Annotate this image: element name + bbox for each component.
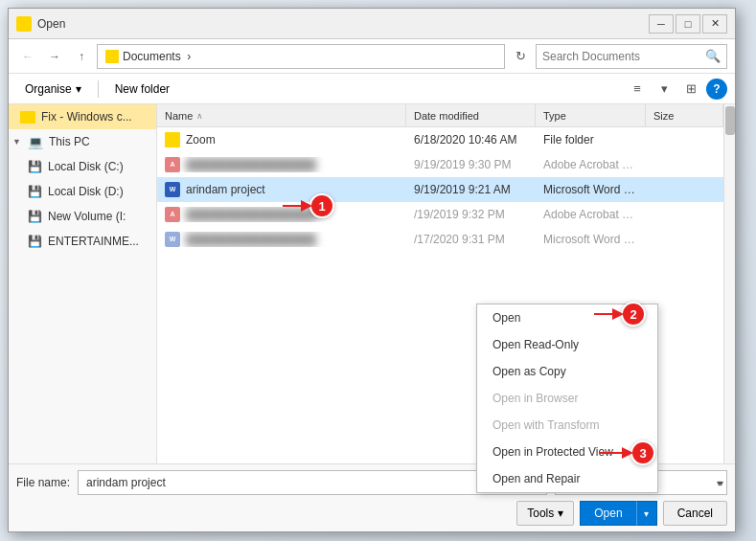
file-row-arindam[interactable]: W arindam project 9/19/2019 9:21 AM Micr… bbox=[157, 177, 723, 202]
maximize-button[interactable]: □ bbox=[676, 14, 700, 34]
tools-arrow-icon: ▾ bbox=[558, 507, 563, 520]
drive-icon: 💾 bbox=[28, 185, 42, 198]
file-date: /19/2019 9:32 PM bbox=[406, 208, 536, 221]
file-date: 6/18/2020 10:46 AM bbox=[406, 133, 536, 147]
col-header-date[interactable]: Date modified bbox=[406, 104, 536, 126]
scrollbar-thumb[interactable] bbox=[725, 106, 735, 135]
sidebar: Fix - Windows c... ▼ 💻 This PC 💾 Local D… bbox=[9, 104, 157, 463]
dialog-icon bbox=[16, 16, 32, 32]
step2-arrow bbox=[589, 304, 628, 324]
back-button[interactable]: ← bbox=[16, 45, 39, 68]
col-header-type[interactable]: Type bbox=[536, 104, 646, 126]
computer-icon: 💻 bbox=[28, 135, 43, 149]
new-folder-label: New folder bbox=[115, 82, 170, 96]
menu-item-open-copy[interactable]: Open as Copy bbox=[477, 358, 657, 385]
folder-icon bbox=[20, 111, 35, 124]
sidebar-item-this-pc[interactable]: ▼ 💻 This PC bbox=[9, 129, 156, 154]
file-type: Microsoft Word D... bbox=[536, 233, 646, 246]
file-name: arindam project bbox=[186, 183, 265, 196]
file-row-word2[interactable]: W ████████████████ /17/2020 9:31 PM Micr… bbox=[157, 227, 723, 252]
file-type: Adobe Acrobat D... bbox=[536, 158, 646, 171]
path-text: Documents › bbox=[123, 50, 191, 63]
file-date: 9/19/2019 9:21 AM bbox=[406, 183, 536, 196]
sidebar-item-new-volume[interactable]: 💾 New Volume (I: bbox=[9, 204, 156, 229]
search-box[interactable]: 🔍 bbox=[536, 44, 727, 69]
drive-icon: 💾 bbox=[28, 235, 42, 248]
title-bar-buttons: ─ □ ✕ bbox=[649, 14, 727, 34]
organise-arrow: ▾ bbox=[76, 82, 81, 96]
menu-item-open-readonly[interactable]: Open Read-Only bbox=[477, 331, 657, 358]
pdf-icon: A bbox=[165, 207, 180, 222]
view-detail-button[interactable]: ⊞ bbox=[679, 78, 702, 101]
sidebar-item-label: Local Disk (D:) bbox=[48, 185, 124, 198]
sidebar-item-entertainment[interactable]: 💾 ENTERTAINME... bbox=[9, 229, 156, 254]
sidebar-item-fix-windows[interactable]: Fix - Windows c... bbox=[9, 104, 156, 129]
close-button[interactable]: ✕ bbox=[702, 14, 727, 34]
step3-arrow bbox=[594, 443, 637, 462]
toolbar-separator bbox=[98, 80, 99, 98]
sidebar-item-label: Local Disk (C:) bbox=[48, 160, 124, 173]
sidebar-item-local-c[interactable]: 💾 Local Disk (C:) bbox=[9, 154, 156, 179]
view-dropdown-button[interactable]: ▾ bbox=[653, 78, 676, 101]
scrollbar-track[interactable] bbox=[723, 104, 735, 463]
sidebar-item-label: This PC bbox=[49, 135, 90, 148]
open-button[interactable]: Open bbox=[580, 501, 635, 526]
step1-arrow bbox=[278, 196, 316, 215]
tools-button[interactable]: Tools ▾ bbox=[516, 501, 574, 526]
file-date: /17/2020 9:31 PM bbox=[406, 233, 536, 246]
forward-button[interactable]: → bbox=[43, 45, 66, 68]
address-bar: ← → ↑ Documents › ↻ 🔍 bbox=[9, 39, 735, 74]
sidebar-item-label: New Volume (I: bbox=[48, 210, 126, 223]
open-dropdown-button[interactable]: ▾ bbox=[636, 501, 657, 526]
path-folder-icon bbox=[105, 50, 119, 63]
view-list-button[interactable]: ≡ bbox=[626, 78, 649, 101]
sidebar-item-label: ENTERTAINME... bbox=[48, 235, 139, 248]
up-button[interactable]: ↑ bbox=[70, 45, 93, 68]
folder-icon bbox=[165, 132, 180, 147]
open-dropdown-menu: Open Open Read-Only Open as Copy Open in… bbox=[476, 304, 658, 493]
file-row-pdf1[interactable]: A ████████████████ 9/19/2019 9:30 PM Ado… bbox=[157, 152, 723, 177]
file-name: ████████████████ bbox=[186, 233, 316, 246]
refresh-button[interactable]: ↻ bbox=[509, 45, 532, 68]
menu-item-open-repair[interactable]: Open and Repair bbox=[477, 465, 657, 492]
word-icon: W bbox=[165, 232, 180, 247]
file-name: Zoom bbox=[186, 133, 216, 147]
sidebar-item-label: Fix - Windows c... bbox=[41, 110, 132, 124]
col-header-name[interactable]: Name ∧ bbox=[157, 104, 406, 126]
file-list-header: Name ∧ Date modified Type Size bbox=[157, 104, 723, 127]
minimize-button[interactable]: ─ bbox=[649, 14, 674, 34]
search-input[interactable] bbox=[542, 50, 701, 63]
word-icon: W bbox=[165, 182, 180, 197]
file-type: Adobe Acrobat D... bbox=[536, 208, 646, 221]
open-button-group: Open ▾ bbox=[580, 501, 656, 526]
organise-label: Organise bbox=[25, 82, 72, 96]
new-folder-button[interactable]: New folder bbox=[106, 78, 178, 101]
action-row: Tools ▾ Open ▾ Cancel bbox=[16, 501, 727, 526]
drive-icon: 💾 bbox=[28, 210, 42, 223]
title-bar: Open ─ □ ✕ bbox=[9, 9, 735, 39]
file-row-pdf2[interactable]: A ████████████████ /19/2019 9:32 PM Adob… bbox=[157, 202, 723, 227]
help-button[interactable]: ? bbox=[706, 79, 727, 100]
address-path[interactable]: Documents › bbox=[97, 44, 505, 69]
file-date: 9/19/2019 9:30 PM bbox=[406, 158, 536, 171]
dialog-title: Open bbox=[37, 17, 649, 31]
toolbar: Organise ▾ New folder ≡ ▾ ⊞ ? bbox=[9, 74, 735, 104]
pdf-icon: A bbox=[165, 157, 180, 172]
file-name: ████████████████ bbox=[186, 158, 316, 171]
file-row-zoom[interactable]: Zoom 6/18/2020 10:46 AM File folder bbox=[157, 127, 723, 152]
cancel-button[interactable]: Cancel bbox=[663, 501, 727, 526]
sort-arrow: ∧ bbox=[196, 111, 203, 121]
drive-icon: 💾 bbox=[28, 160, 42, 173]
col-header-size[interactable]: Size bbox=[646, 104, 723, 126]
menu-item-open-transform: Open with Transform bbox=[477, 412, 657, 439]
menu-item-open-browser: Open in Browser bbox=[477, 385, 657, 412]
toolbar-right: ≡ ▾ ⊞ ? bbox=[626, 78, 727, 101]
expand-arrow: ▼ bbox=[12, 137, 22, 147]
organise-button[interactable]: Organise ▾ bbox=[16, 78, 90, 101]
filename-label: File name: bbox=[16, 476, 70, 489]
sidebar-item-local-d[interactable]: 💾 Local Disk (D:) bbox=[9, 179, 156, 204]
search-icon: 🔍 bbox=[705, 49, 721, 63]
tools-label: Tools bbox=[527, 507, 554, 520]
file-type: Microsoft Word D... bbox=[536, 183, 646, 196]
file-type: File folder bbox=[536, 133, 646, 147]
